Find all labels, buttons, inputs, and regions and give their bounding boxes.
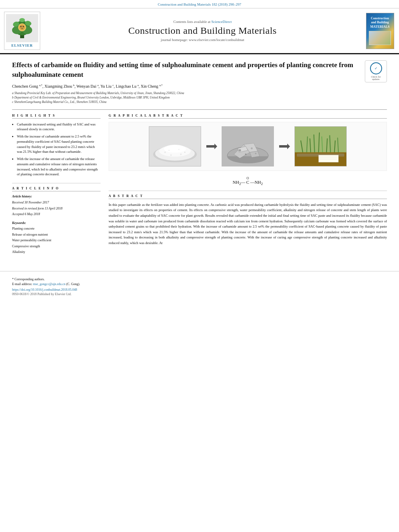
svg-marker-33 (279, 144, 290, 149)
article-info-section: A R T I C L E I N F O Article history: R… (12, 183, 101, 255)
affiliation-a: a Shandong Provincial Key Lab. of Prepar… (12, 91, 359, 95)
svg-point-20 (169, 150, 169, 151)
affiliation-c: c ShenzhenGangchuang Building Material C… (12, 100, 359, 104)
svg-point-29 (239, 149, 241, 152)
elsevier-logo-image (6, 14, 38, 42)
journal-center-info: Contents lists available at ScienceDirec… (44, 12, 361, 50)
ga-image-powder (149, 126, 201, 166)
highlight-item-1: Carbamide increased setting and fluidity… (17, 122, 101, 132)
svg-point-21 (178, 149, 179, 150)
corresponding-authors-note: * Corresponding authors. (12, 277, 387, 281)
cover-thumbnail-text: Constructionand BuildingMATERIALS (369, 16, 391, 45)
article-body: Effects of carbamide on fluidity and set… (0, 54, 399, 263)
ga-image-concrete (222, 126, 274, 166)
doi-link[interactable]: https://doi.org/10.1016/j.conbuildmat.20… (12, 288, 387, 292)
copyright-text: 0950-0618/© 2018 Published by Elsevier L… (12, 292, 387, 296)
svg-point-15 (164, 145, 186, 153)
article-main-title: Effects of carbamide on fluidity and set… (12, 60, 359, 80)
page: Construction and Building Materials 182 … (0, 0, 399, 532)
svg-point-30 (251, 147, 253, 149)
svg-point-32 (255, 152, 257, 154)
accepted-date: Accepted 6 May 2018 (12, 212, 101, 217)
received-date: Received 30 November 2017 (12, 200, 101, 205)
journal-header: ELSEVIER Contents lists available at Sci… (0, 8, 399, 54)
keyword-4: Compressive strength (12, 244, 101, 249)
elsevier-brand-text: ELSEVIER (11, 43, 33, 47)
svg-point-6 (19, 18, 25, 22)
svg-point-9 (21, 26, 22, 27)
abstract-heading: A B S T R A C T (109, 194, 387, 199)
check-updates-badge: ✓ Check forupdates (365, 60, 387, 82)
svg-marker-22 (206, 144, 217, 149)
right-column: G R A P H I C A L A B S T R A C T (109, 114, 387, 255)
check-circle-icon: ✓ (370, 62, 382, 74)
keyword-1: Planting concrete (12, 226, 101, 232)
journal-reference-bar: Construction and Building Materials 182 … (0, 0, 399, 8)
abstract-section: A B S T R A C T In this paper carbamide … (109, 191, 387, 246)
contents-text: Contents lists available at (173, 20, 210, 24)
svg-point-16 (164, 151, 166, 153)
article-info-heading: A R T I C L E I N F O (12, 187, 101, 191)
keywords-list: Planting concrete Release of nitrogen nu… (12, 226, 101, 255)
highlight-item-3: With the increase of the amount of carba… (17, 156, 101, 177)
ga-arrow-2 (277, 140, 291, 152)
journal-reference-text: Construction and Building Materials 182 … (158, 2, 241, 6)
left-column: H I G H L I G H T S Carbamide increased … (12, 114, 101, 255)
email-person: (C. Gong). (66, 282, 80, 286)
email-link[interactable]: mse_gongcc@ujn.edu.cn (33, 282, 66, 286)
graphical-abstract-heading: G R A P H I C A L A B S T R A C T (109, 114, 387, 119)
highlights-heading: H I G H L I G H T S (12, 114, 101, 119)
journal-homepage: journal homepage: www.elsevier.com/locat… (44, 38, 361, 42)
check-updates-label: Check forupdates (371, 76, 381, 80)
received-revised-date: Received in revised form 13 April 2018 (12, 206, 101, 212)
article-history-label: Article history: (12, 195, 101, 198)
homepage-text: journal homepage: www.elsevier.com/locat… (161, 38, 244, 42)
svg-point-19 (184, 152, 185, 153)
ga-arrow-1 (204, 140, 218, 152)
footer-email-line: E-mail address: mse_gongcc@ujn.edu.cn (C… (12, 282, 387, 286)
authors-text: Chenchen Gong a,*, Xiangming Zhou b, Wen… (12, 84, 162, 88)
authors-line: Chenchen Gong a,*, Xiangming Zhou b, Wen… (12, 84, 359, 88)
graphical-abstract-images (109, 122, 387, 171)
chemical-formula: NH2— O C —NH2 (109, 177, 387, 186)
svg-rect-47 (319, 155, 338, 162)
contents-available-line: Contents lists available at ScienceDirec… (44, 20, 361, 24)
article-history-dates: Received 30 November 2017 Received in re… (12, 200, 101, 217)
svg-point-18 (180, 153, 182, 155)
svg-point-17 (171, 154, 172, 156)
highlight-item-2: With the increase of carbamide amount to… (17, 134, 101, 154)
affiliations: a Shandong Provincial Key Lab. of Prepar… (12, 91, 359, 105)
journal-cover-image: Constructionand BuildingMATERIALS (365, 12, 395, 50)
keywords-label: Keywords: (12, 221, 101, 225)
main-two-column: H I G H L I G H T S Carbamide increased … (12, 114, 387, 255)
email-label: E-mail address: (12, 282, 32, 286)
article-title-section: Effects of carbamide on fluidity and set… (12, 60, 387, 110)
ga-image-plants (294, 126, 347, 166)
elsevier-logo: ELSEVIER (4, 12, 40, 50)
cover-thumbnail: Constructionand BuildingMATERIALS (366, 13, 394, 49)
abstract-text: In this paper carbamide as the fertilize… (109, 202, 387, 246)
keywords-section: Keywords: Planting concrete Release of n… (12, 221, 101, 255)
keyword-2: Release of nitrogen nutrient (12, 232, 101, 238)
affiliation-b: b Department of Civil & Environmental En… (12, 95, 359, 100)
sciencedirect-link[interactable]: ScienceDirect (212, 20, 232, 24)
highlights-list: Carbamide increased setting and fluidity… (12, 122, 101, 177)
svg-point-31 (245, 153, 247, 155)
article-title-text-area: Effects of carbamide on fluidity and set… (12, 60, 359, 105)
keyword-5: Alkalinity (12, 249, 101, 255)
svg-point-10 (23, 26, 24, 27)
graphical-abstract-section: G R A P H I C A L A B S T R A C T (109, 114, 387, 186)
keyword-3: Water permeability coefficient (12, 238, 101, 243)
footer: * Corresponding authors. E-mail address:… (0, 271, 399, 300)
svg-point-8 (19, 25, 25, 30)
journal-title: Construction and Building Materials (44, 25, 361, 36)
